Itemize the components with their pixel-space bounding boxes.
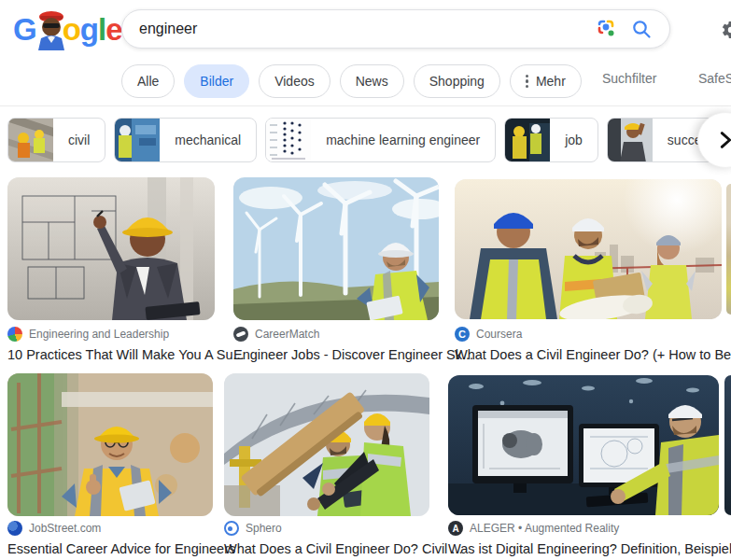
result-title: What Does a Civil Engineer Do? (+ How to… bbox=[455, 347, 725, 362]
chip-thumb-job bbox=[505, 118, 550, 162]
header: G o g l e bbox=[0, 0, 731, 58]
tab-alle[interactable]: Alle bbox=[121, 64, 175, 98]
result-source: Sphero bbox=[246, 522, 282, 535]
careermatch-favicon bbox=[233, 327, 248, 342]
tab-mehr[interactable]: Mehr bbox=[510, 64, 582, 98]
chip-label: machine learning engineer bbox=[311, 133, 495, 147]
result-title: 10 Practices That Will Make You A Su... bbox=[7, 347, 220, 362]
aleger-favicon: A bbox=[448, 521, 463, 536]
result-caption[interactable]: Sphero What Does a Civil Engineer Do? Ci… bbox=[224, 521, 437, 556]
gear-icon[interactable] bbox=[721, 20, 731, 40]
chip-label: job bbox=[550, 133, 597, 147]
result-image-cad-workstation-engineer[interactable] bbox=[448, 375, 719, 515]
chip-job[interactable]: job bbox=[504, 118, 598, 162]
tab-shopping[interactable]: Shopping bbox=[414, 64, 500, 98]
logo-letter: l bbox=[98, 12, 105, 48]
result-source: JobStreet.com bbox=[29, 522, 101, 535]
coursera-favicon: C bbox=[455, 327, 470, 342]
jobstreet-favicon bbox=[7, 521, 22, 536]
result-source: CareerMatch bbox=[255, 328, 319, 341]
engineering-and-leadership-favicon bbox=[7, 327, 22, 342]
chip-label: civil bbox=[53, 133, 105, 147]
logo-letter: G bbox=[13, 12, 36, 48]
tab-news[interactable]: News bbox=[340, 64, 404, 98]
logo-letter: e bbox=[105, 12, 121, 48]
suchfilter-link[interactable]: Suchfilter bbox=[602, 71, 656, 86]
tab-label: Videos bbox=[274, 74, 315, 89]
chip-machine-learning-engineer[interactable]: machine learning engineer bbox=[265, 118, 496, 162]
google-lens-icon[interactable] bbox=[595, 18, 617, 40]
more-dots-icon bbox=[526, 75, 529, 89]
chip-thumb-civil bbox=[8, 118, 53, 162]
chips: civil mechanical bbox=[7, 118, 731, 162]
result-caption[interactable]: C Coursera What Does a Civil Engineer Do… bbox=[455, 327, 725, 362]
result-source: ALEGER • Augmented Reality bbox=[470, 522, 619, 535]
result-title: Was ist Digital Engineering? Definition,… bbox=[448, 541, 728, 556]
result-title: Essential Career Advice for Engineers bbox=[7, 541, 220, 556]
result-image-blueprint-engineer[interactable] bbox=[7, 177, 215, 320]
tab-label: Bilder bbox=[200, 74, 233, 89]
result-image-three-engineers-site[interactable] bbox=[455, 179, 722, 319]
result-image-tablet-engineer[interactable] bbox=[7, 373, 213, 516]
sphero-favicon bbox=[224, 521, 239, 536]
chip-thumb-mechanical bbox=[115, 118, 160, 162]
google-logo[interactable]: G o g l e bbox=[13, 9, 122, 50]
search-icon[interactable] bbox=[630, 18, 653, 40]
result-image-engineers-carrying-wood[interactable] bbox=[224, 373, 429, 516]
partial-result-image[interactable] bbox=[724, 375, 731, 515]
google-doodle-person-icon bbox=[35, 9, 68, 50]
result-caption[interactable]: A ALEGER • Augmented Reality Was ist Dig… bbox=[448, 521, 728, 556]
safesearch-link[interactable]: SafeSearch bbox=[698, 71, 731, 86]
result-caption[interactable]: Engineering and Leadership 10 Practices … bbox=[7, 327, 220, 362]
tab-videos[interactable]: Videos bbox=[259, 64, 330, 98]
chevron-right-icon bbox=[715, 130, 731, 150]
tab-label: Shopping bbox=[429, 74, 485, 89]
related-chips-row: civil mechanical bbox=[0, 112, 731, 170]
logo-letter: g bbox=[80, 12, 98, 48]
chip-civil[interactable]: civil bbox=[7, 118, 105, 162]
chip-mechanical[interactable]: mechanical bbox=[114, 118, 257, 162]
result-title: Engineer Jobs - Discover Engineer Sk... bbox=[233, 347, 446, 362]
tabs: Alle Bilder Videos News Shopping Mehr bbox=[121, 64, 582, 98]
tab-bilder[interactable]: Bilder bbox=[184, 64, 249, 98]
tab-label: Alle bbox=[137, 74, 159, 89]
result-source: Engineering and Leadership bbox=[29, 328, 169, 341]
tab-bar: Alle Bilder Videos News Shopping Mehr Su… bbox=[0, 58, 731, 106]
result-caption[interactable]: JobStreet.com Essential Career Advice fo… bbox=[7, 521, 220, 556]
tab-label: Mehr bbox=[536, 74, 566, 89]
chip-thumb-successful-engineer bbox=[608, 118, 653, 162]
result-image-wind-turbine-engineer[interactable] bbox=[233, 177, 439, 320]
chip-label: mechanical bbox=[160, 133, 256, 147]
search-bar[interactable] bbox=[121, 9, 670, 49]
chip-thumb-ml-engineer bbox=[266, 118, 311, 162]
search-input[interactable] bbox=[139, 21, 582, 37]
result-caption[interactable]: CareerMatch Engineer Jobs - Discover Eng… bbox=[233, 327, 446, 362]
partial-result-image[interactable] bbox=[726, 184, 731, 315]
result-title: What Does a Civil Engineer Do? Civil ... bbox=[224, 541, 437, 556]
tab-label: News bbox=[356, 74, 388, 89]
google-images-results-page: G o g l e bbox=[0, 0, 731, 560]
result-source: Coursera bbox=[476, 328, 522, 341]
